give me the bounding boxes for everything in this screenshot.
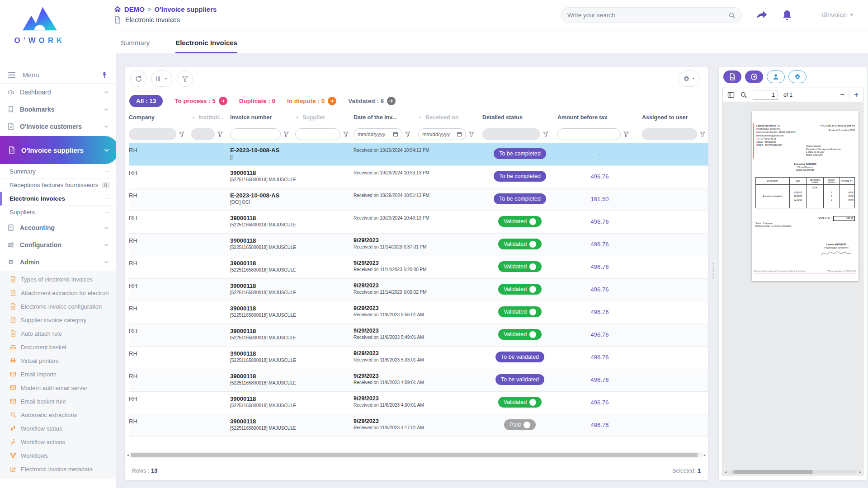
- sidebar-sub-item[interactable]: Summary: [0, 165, 116, 178]
- scroll-left-arrow[interactable]: ◂: [126, 453, 130, 457]
- sidebar-admin-item[interactable]: Types of electronic invoices: [0, 272, 116, 286]
- sidebar-admin-item[interactable]: Workflow status: [0, 422, 116, 435]
- table-row[interactable]: RH E-2023-10-008-AS [] Received on 10/29…: [129, 143, 708, 166]
- scrollbar-thumb[interactable]: [733, 470, 813, 474]
- scrollbar-track[interactable]: [130, 452, 703, 458]
- funnel-icon[interactable]: [217, 131, 223, 137]
- sidebar-admin-item[interactable]: Email basket rule: [0, 394, 116, 408]
- table-row[interactable]: RH 39000118 [52251165800018] MAJUSCULE 9…: [129, 234, 708, 256]
- sidebar-item[interactable]: Bookmarks: [0, 101, 116, 118]
- assign-user-button[interactable]: [767, 70, 785, 83]
- sidebar-admin-item[interactable]: Attachment extraction for electron: [0, 286, 116, 300]
- amount-filter-input[interactable]: [557, 128, 621, 140]
- sidebar-item[interactable]: O'Invoice customers: [0, 118, 116, 135]
- scroll-right-arrow[interactable]: ▸: [857, 470, 861, 474]
- scroll-right-arrow[interactable]: ▸: [703, 453, 707, 457]
- table-row[interactable]: RH 39000118 [52251165800018] MAJUSCULE 9…: [129, 392, 708, 414]
- cell-amount[interactable]: 496.76: [557, 414, 642, 436]
- sidebar-item[interactable]: Dashboard: [0, 84, 116, 101]
- search-icon[interactable]: [728, 12, 736, 19]
- funnel-icon[interactable]: [343, 131, 349, 137]
- filter-chip[interactable]: Duplicate : 0: [239, 98, 275, 104]
- download-pdf-button[interactable]: PDF: [723, 70, 741, 83]
- table-row[interactable]: RH 39000118 [52251165800018] MAJUSCULE 9…: [129, 347, 708, 369]
- scroll-left-arrow[interactable]: ◂: [725, 470, 729, 474]
- cell-amount[interactable]: 496.76: [557, 347, 642, 369]
- arrow-right-icon[interactable]: [219, 97, 227, 105]
- cell-amount[interactable]: -: [557, 143, 642, 165]
- table-row[interactable]: RH 39000118 [52251165800018] MAJUSCULE 9…: [129, 279, 708, 301]
- zoom-in-button[interactable]: +: [854, 90, 859, 99]
- sidebar-admin-item[interactable]: Virtual printers: [0, 354, 116, 367]
- column-header-received-on[interactable]: Received on: [418, 110, 482, 125]
- filter-chip[interactable]: Validated : 8: [348, 97, 396, 105]
- funnel-icon[interactable]: [542, 131, 549, 137]
- sidebar-admin-item[interactable]: Workflows: [0, 449, 116, 462]
- cell-amount[interactable]: 496.76: [557, 234, 642, 256]
- table-row[interactable]: RH 39000118 [52251165800018] MAJUSCULE 9…: [129, 414, 708, 437]
- sidebar-admin-item[interactable]: Auto attach rule: [0, 327, 116, 340]
- open-invoice-button[interactable]: [745, 70, 763, 83]
- cell-amount[interactable]: 161.50: [557, 188, 642, 211]
- cell-amount[interactable]: 496.76: [557, 392, 642, 414]
- zoom-out-button[interactable]: −: [840, 90, 844, 99]
- cell-amount[interactable]: 496.76: [557, 301, 642, 324]
- sidebar-group-item[interactable]: Accounting: [0, 219, 116, 236]
- table-row[interactable]: RH 39000118 [52251165800018] MAJUSCULE R…: [129, 211, 708, 234]
- sidebar-sub-item[interactable]: Réceptions factures fournisseurs 0: [0, 178, 116, 192]
- pdf-settings-button[interactable]: [788, 70, 807, 83]
- sidebar-admin-item[interactable]: Supplier invoice category: [0, 313, 116, 327]
- cell-amount[interactable]: 496.76: [557, 256, 642, 278]
- pin-sidebar-icon[interactable]: [101, 71, 108, 79]
- filter-button[interactable]: [177, 70, 193, 87]
- column-header-institution[interactable]: Instituti...: [191, 110, 230, 125]
- received-date-filter-input[interactable]: mm/dd/yyyy: [418, 128, 466, 140]
- breadcrumb-section[interactable]: O'Invoice suppliers: [155, 5, 217, 13]
- arrow-right-icon[interactable]: [328, 97, 336, 105]
- page-number-input[interactable]: [753, 90, 778, 100]
- hamburger-menu-icon[interactable]: [8, 72, 15, 78]
- sidebar-admin-item[interactable]: Electronic invoice metadata: [0, 462, 116, 476]
- invoice-number-filter-input[interactable]: [230, 128, 281, 140]
- sidebar-sub-item[interactable]: Electronic Invoices: [0, 192, 116, 206]
- tab-summary[interactable]: Summary: [121, 39, 150, 53]
- table-row[interactable]: RH 39000118 [52251165800018] MAJUSCULE 9…: [129, 256, 708, 279]
- search-icon[interactable]: [740, 91, 747, 99]
- arrow-right-icon[interactable]: [387, 97, 396, 105]
- funnel-icon[interactable]: [699, 131, 706, 137]
- funnel-icon[interactable]: [179, 131, 185, 137]
- settings-button[interactable]: [679, 70, 700, 87]
- sidebar-admin-item[interactable]: Document basket: [0, 340, 116, 354]
- user-menu[interactable]: dinvoice ▾: [822, 11, 853, 19]
- column-header-company[interactable]: Company: [129, 110, 191, 125]
- filter-chip[interactable]: In dispute : 0: [287, 97, 336, 105]
- sidebar-group-item[interactable]: Configuration: [0, 236, 116, 253]
- funnel-icon[interactable]: [468, 131, 475, 137]
- sidebar-admin-item[interactable]: Modern auth email server: [0, 381, 116, 394]
- column-header-date[interactable]: Date of the inv...: [354, 110, 418, 125]
- tab-electronic-invoices[interactable]: Electronic Invoices: [175, 39, 237, 53]
- sidebar-item-oinvoice-suppliers[interactable]: O'Invoice suppliers: [0, 136, 117, 164]
- cell-amount[interactable]: 496.76: [557, 279, 642, 301]
- cell-amount[interactable]: 496.76: [557, 369, 642, 391]
- calendar-icon[interactable]: [457, 131, 462, 137]
- column-header-detailed-status[interactable]: Detailed status: [482, 110, 557, 125]
- notifications-bell-icon[interactable]: [781, 9, 793, 21]
- table-row[interactable]: RH 39000118 [52251165800018] MAJUSCULE 9…: [129, 324, 708, 347]
- columns-button[interactable]: [151, 70, 172, 87]
- filter-chip[interactable]: To process : 5: [175, 97, 227, 105]
- refresh-button[interactable]: [130, 70, 146, 87]
- funnel-icon[interactable]: [623, 131, 629, 137]
- column-header-invoice-number[interactable]: Invoice number: [230, 110, 295, 125]
- column-header-amount-before-tax[interactable]: Amount before tax: [557, 110, 642, 125]
- cell-amount[interactable]: 496.76: [557, 324, 642, 346]
- cell-amount[interactable]: 496.76: [557, 211, 642, 233]
- app-logo[interactable]: O'WORK: [8, 4, 71, 51]
- table-row[interactable]: RH 39000118 [52251165800018] MAJUSCULE 9…: [129, 301, 708, 324]
- sidebar-toggle-icon[interactable]: [727, 91, 735, 99]
- sidebar-group-item[interactable]: Admin: [0, 253, 116, 271]
- funnel-icon[interactable]: [283, 131, 289, 137]
- scrollbar-thumb[interactable]: [131, 453, 698, 457]
- table-row[interactable]: RH 39000118 [52251165800018] MAJUSCULE 9…: [129, 369, 708, 392]
- sidebar-admin-item[interactable]: Workflow actions: [0, 435, 116, 449]
